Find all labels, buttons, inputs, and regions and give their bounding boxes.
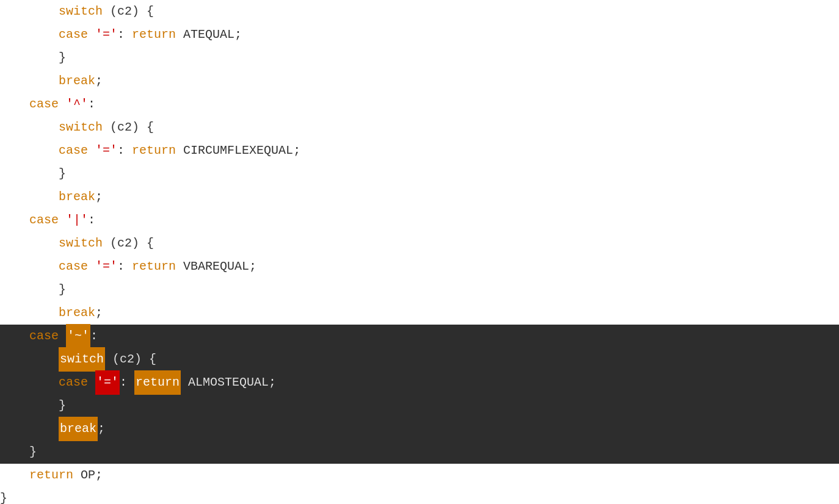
code-punct-dark — [88, 371, 95, 394]
keyword-case: case — [59, 255, 88, 278]
code-indent — [0, 116, 59, 139]
keyword-switch: switch — [59, 116, 103, 139]
code-indent — [0, 301, 59, 325]
code-punct: ; — [95, 301, 103, 325]
code-indent — [0, 394, 59, 417]
code-punct — [88, 23, 95, 46]
code-punct: } — [59, 162, 66, 185]
code-punct — [88, 255, 95, 278]
code-punct-dark: : — [90, 325, 98, 348]
keyword-return: return — [132, 23, 176, 46]
code-editor: switch (c2) { case '=': return ATEQUAL; … — [0, 0, 839, 504]
code-punct-dark — [59, 325, 66, 348]
code-indent — [0, 0, 59, 23]
code-line-selected: case '~': — [0, 325, 839, 348]
code-line: return OP; — [0, 464, 839, 487]
keyword-switch-highlighted: switch — [59, 347, 105, 372]
code-line-selected: switch (c2) { — [0, 348, 839, 371]
code-ident-dark: ALMOSTEQUAL; — [181, 371, 276, 394]
code-line: case '=': return ATEQUAL; — [0, 23, 839, 46]
code-line: switch (c2) { — [0, 116, 839, 139]
code-line: } — [0, 162, 839, 185]
keyword-return: return — [29, 464, 73, 487]
code-punct: : — [88, 209, 95, 232]
code-line-selected: } — [0, 441, 839, 464]
code-line: case '^': — [0, 93, 839, 116]
code-punct: : — [117, 23, 132, 46]
keyword-return: return — [132, 255, 176, 278]
code-indent — [0, 46, 59, 70]
string-literal: '=' — [95, 23, 117, 46]
code-punct: : — [117, 139, 132, 162]
code-punct — [59, 209, 66, 232]
code-indent — [0, 348, 59, 371]
code-indent — [0, 139, 59, 162]
keyword-case-dark: case — [29, 325, 59, 348]
code-line: switch (c2) { — [0, 0, 839, 23]
code-punct: (c2) { — [103, 116, 154, 139]
code-line: case '=': return VBAREQUAL; — [0, 255, 839, 278]
string-literal: '=' — [95, 139, 117, 162]
keyword-case: case — [29, 93, 59, 116]
keyword-break-highlighted: break — [59, 417, 98, 441]
code-indent — [0, 278, 59, 301]
code-ident: VBAREQUAL; — [176, 255, 256, 278]
code-line: } — [0, 487, 839, 504]
string-tilde-highlighted: '~' — [66, 324, 90, 348]
code-punct-dark: } — [59, 394, 66, 417]
keyword-return-highlighted: return — [134, 370, 181, 395]
code-line: switch (c2) { — [0, 232, 839, 255]
string-literal: '|' — [66, 209, 88, 232]
code-line: } — [0, 46, 839, 70]
keyword-switch: switch — [59, 232, 103, 255]
string-literal: '=' — [95, 255, 117, 278]
code-punct: ; — [95, 185, 103, 209]
code-punct: } — [0, 487, 7, 504]
code-indent — [0, 23, 59, 46]
code-punct-dark: (c2) { — [105, 348, 156, 371]
white-code-section-top: switch (c2) { case '=': return ATEQUAL; … — [0, 0, 839, 325]
code-indent — [0, 232, 59, 255]
code-indent — [0, 70, 59, 93]
code-indent — [0, 325, 29, 348]
code-indent — [0, 371, 59, 394]
code-line-selected: case '=': return ALMOSTEQUAL; — [0, 371, 839, 394]
code-punct — [88, 139, 95, 162]
code-punct: ; — [95, 70, 103, 93]
code-indent — [0, 162, 59, 185]
code-indent — [0, 417, 59, 441]
code-line: break; — [0, 185, 839, 209]
keyword-case: case — [59, 23, 88, 46]
keyword-case-dark: case — [59, 371, 88, 394]
keyword-return: return — [132, 139, 176, 162]
code-ident: CIRCUMFLEXEQUAL; — [176, 139, 300, 162]
keyword-case: case — [59, 139, 88, 162]
keyword-break: break — [59, 185, 95, 209]
keyword-break: break — [59, 70, 95, 93]
code-indent — [0, 185, 59, 209]
code-line-selected: break; — [0, 417, 839, 441]
string-eq-highlighted: '=' — [95, 370, 120, 395]
code-indent — [0, 209, 29, 232]
keyword-switch: switch — [59, 0, 103, 23]
code-punct: (c2) { — [103, 232, 154, 255]
code-line: case '=': return CIRCUMFLEXEQUAL; — [0, 139, 839, 162]
code-punct: } — [59, 46, 66, 70]
code-indent — [0, 93, 29, 116]
string-literal: '^' — [66, 93, 88, 116]
code-line: break; — [0, 301, 839, 325]
code-line: } — [0, 278, 839, 301]
keyword-case: case — [29, 209, 59, 232]
code-punct: : — [117, 255, 132, 278]
white-code-section-bottom: return OP; } — [0, 464, 839, 504]
dark-selected-section: case '~': switch (c2) { case '=': return… — [0, 325, 839, 464]
code-punct-dark: : — [120, 371, 134, 394]
code-punct-dark: ; — [98, 417, 105, 441]
code-punct — [59, 93, 66, 116]
code-punct: : — [88, 93, 95, 116]
code-line: break; — [0, 70, 839, 93]
code-indent — [0, 441, 29, 464]
keyword-break: break — [59, 301, 95, 325]
code-punct: } — [59, 278, 66, 301]
code-ident: OP; — [73, 464, 103, 487]
